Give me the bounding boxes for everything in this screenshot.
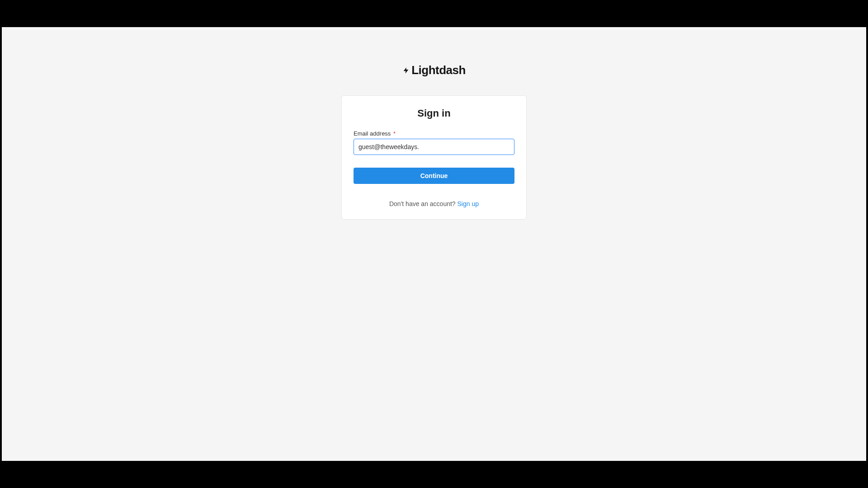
signin-card: Sign in Email address * Continue Don't h… xyxy=(341,95,527,220)
letterbox-top xyxy=(0,0,868,27)
signup-prompt-text: Don't have an account? xyxy=(389,200,458,207)
letterbox-bottom xyxy=(0,461,868,488)
brand-logo: Lightdash xyxy=(402,63,466,77)
signup-prompt-row: Don't have an account? Sign up xyxy=(354,200,514,207)
email-field[interactable] xyxy=(354,139,514,155)
card-title: Sign in xyxy=(354,108,514,119)
required-marker: * xyxy=(393,130,396,137)
brand-name: Lightdash xyxy=(411,63,466,77)
lightning-bolt-icon xyxy=(402,66,410,75)
continue-button[interactable]: Continue xyxy=(354,168,514,184)
signup-link[interactable]: Sign up xyxy=(458,200,479,207)
page-viewport: Lightdash Sign in Email address * Contin… xyxy=(2,27,866,461)
email-label-text: Email address xyxy=(354,130,391,137)
email-label: Email address * xyxy=(354,130,514,137)
